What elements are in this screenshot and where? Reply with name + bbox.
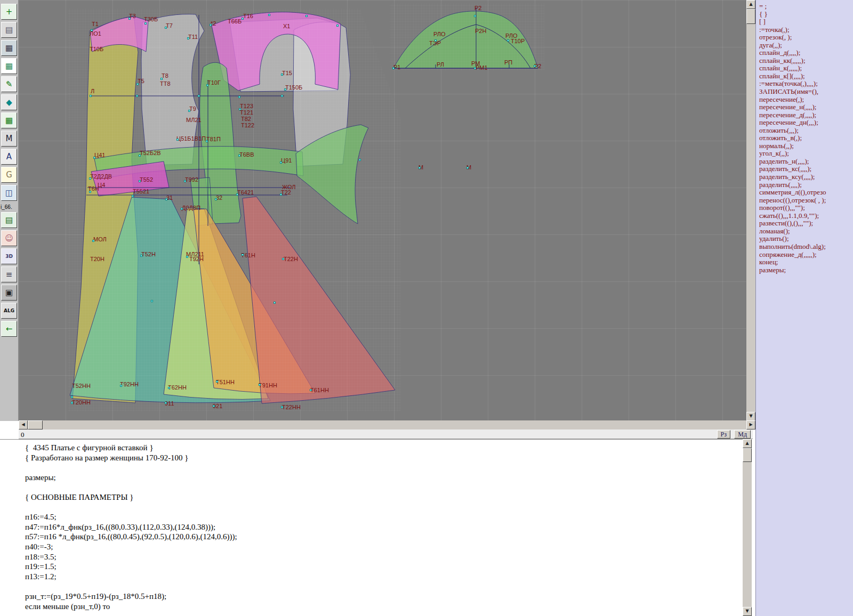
zoom-plus-icon[interactable]: + [1,4,17,20]
command-item[interactable]: :=точка(,); [759,26,853,34]
code-line: п57:=п16 *л_фнк(рз_16,((80,0.45),(92,0.5… [25,532,237,542]
code-line: { Разработано на размер женщины 170-92-1… [25,453,237,463]
canvas-vertical-scrollbar[interactable]: ▲ ▼ [746,0,755,421]
rz-button[interactable]: Рз [717,430,730,439]
status-row: 0 Рз Мд [19,429,753,439]
horizontal-scroll-thumb[interactable] [28,420,43,429]
scroll-up-button[interactable]: ▲ [746,0,755,9]
command-item[interactable]: удалить(); [759,235,853,243]
command-item[interactable]: [ ] [759,18,853,26]
scroll-down-button[interactable]: ▼ [746,412,755,421]
code-line [25,581,237,591]
command-item[interactable]: сопряжение_д(,,,,,); [759,251,853,259]
origin-label: 0 [21,431,25,439]
calculator-icon[interactable]: ▦ [1,112,17,128]
sheet-icon[interactable]: ▤ [1,212,17,228]
command-item[interactable]: сплайн_к(,,,,,); [759,64,853,72]
command-item[interactable]: сплайн_к[](,,,,); [759,72,853,80]
code-line [25,463,237,473]
command-item[interactable]: сплайн_кк(,,,,,); [759,57,853,65]
g-letter-icon[interactable]: G [1,167,17,183]
command-item[interactable]: поворот((),,,""); [759,204,853,212]
command-item[interactable]: :=метка(точка(,),,,,); [759,80,853,88]
m-letter-icon[interactable]: M [1,131,17,147]
command-item[interactable]: сжать((),,,1.1,0.9,""); [759,212,853,220]
command-item[interactable]: нормаль(,,); [759,142,853,150]
fabric-mesh-texture [19,0,746,421]
command-item[interactable]: выполнить(dmod\.alg); [759,243,853,251]
code-line [25,482,237,492]
command-item[interactable]: пересечение_н(,,,,); [759,103,853,111]
command-item[interactable]: перенос((),отрезок( , ); [759,197,853,205]
code-line: п13:=1.2; [25,572,237,582]
drawing-canvas[interactable]: Т1ЛО1Т3Т30БТ7Т11Т10Б*2Т16Т66БХ1Т15Т150БТ… [19,0,746,421]
scroll-left-button[interactable]: ◀ [19,420,28,429]
command-item[interactable]: { } [759,11,853,19]
command-item[interactable]: размеры; [759,266,853,274]
code-line: п18:=3.5; [25,552,237,562]
code-scroll-down-button[interactable]: ▼ [743,607,752,616]
i66-label: i_66. [1,204,19,210]
code-line [25,502,237,513]
3d-icon[interactable]: 3D [1,248,17,264]
vertical-scroll-thumb[interactable] [746,9,755,24]
code-line: п19:=1.5; [25,562,237,572]
command-item[interactable]: разделить_кс(,,,,); [759,165,853,173]
command-item[interactable]: разделить_н(,,,,); [759,158,853,166]
save-icon[interactable]: ▤ [1,22,17,38]
code-scroll-up-button[interactable]: ▲ [743,439,752,448]
command-item[interactable]: отложить_в(,); [759,134,853,142]
command-item[interactable]: развести((),(),,,""); [759,220,853,228]
command-item[interactable]: отрезок(, ); [759,34,853,42]
command-item[interactable]: ЗАПИСАТЬ(имя=(), [759,88,853,96]
print-icon[interactable]: ▣ [1,285,17,301]
portrait-icon[interactable]: ☺ [1,230,17,246]
eraser-icon[interactable]: ◆ [1,94,17,110]
code-line: п47:=п16*л_фнк(рз_16,((80,0.33),(112,0.3… [25,522,237,532]
command-item[interactable]: отложить(,,,); [759,127,853,135]
compass-a-icon[interactable]: A [1,149,17,165]
command-item[interactable]: = ; [759,3,853,11]
command-item[interactable]: симметрия_л((),отрезо [759,189,853,197]
command-item[interactable]: пересечение_д(,,,,); [759,111,853,119]
scroll-right-button[interactable]: ▶ [746,420,755,429]
code-line: рзн_т:=(рз_19*0.5+п19)-(рз_18*0.5+п18); [25,591,237,602]
drafting-icon[interactable]: ◫ [1,185,17,201]
command-item[interactable]: ломаная(); [759,228,853,236]
command-item[interactable]: разделить(,,,,); [759,181,853,189]
code-line: если меньше (рзн_т,0) то [25,602,237,612]
command-item[interactable]: дуга(,,); [759,42,853,50]
code-editor[interactable]: { 4345 Платье с фигурной вставкой }{ Раз… [0,439,743,616]
code-line: п16:=4.5; [25,512,237,522]
command-item[interactable]: угол_к(,,); [759,150,853,158]
command-item[interactable]: конец; [759,258,853,266]
code-line: { 4345 Платье с фигурной вставкой } [25,443,237,453]
tool-palette: +▤▦▦✎◆▦MAG◫i_66.▤☺3D≡▣ALG← [0,0,19,421]
canvas-horizontal-scrollbar[interactable]: ◀ ▶ [19,420,755,429]
pattern-drawing [19,0,746,421]
grid-icon[interactable]: ▦ [1,58,17,74]
code-line: размеры; [25,473,237,483]
command-item[interactable]: пересечение(,); [759,96,853,104]
layers-icon[interactable]: ≡ [1,266,17,282]
command-item[interactable]: разделить_ксу(,,,,); [759,173,853,181]
back-arrow-icon[interactable]: ← [1,321,17,337]
code-scroll-thumb[interactable] [743,448,752,462]
pencil-icon[interactable]: ✎ [1,76,17,92]
code-line: { ОСНОВНЫЕ ПАРАМЕТРЫ } [25,492,237,502]
code-vertical-scrollbar[interactable]: ▲ ▼ [743,439,752,616]
code-lines: { 4345 Платье с фигурной вставкой }{ Раз… [25,443,237,611]
command-panel: = ;{ }[ ]:=точка(,);отрезок(, );дуга(,,)… [755,0,853,616]
keyboard-icon[interactable]: ▦ [1,40,17,56]
md-button[interactable]: Мд [734,430,751,439]
code-line: п40:=-3; [25,542,237,552]
alg-icon[interactable]: ALG [1,303,17,319]
cad-application-window: { "toolbar": { "items": [ {"name":"zoom-… [0,0,853,616]
command-item[interactable]: сплайн_д(,,,,); [759,49,853,57]
command-item[interactable]: пересечение_дн(,,,); [759,119,853,127]
